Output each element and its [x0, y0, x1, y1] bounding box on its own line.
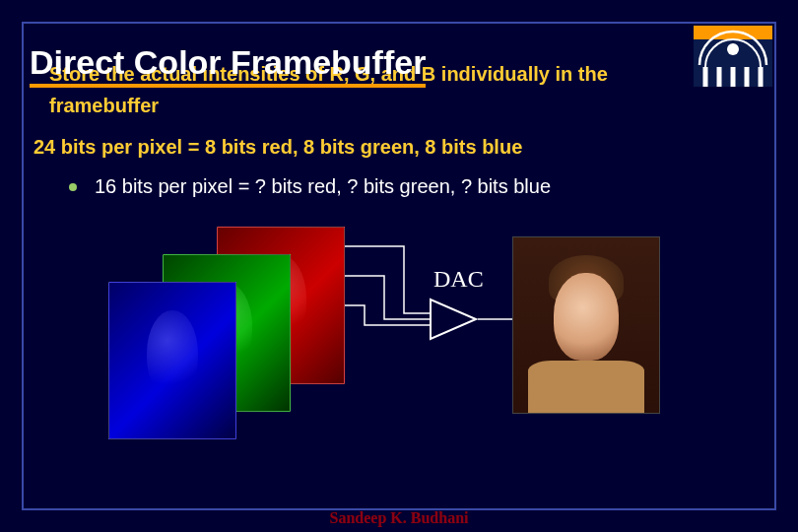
bullet-icon	[69, 183, 77, 191]
bullet-text: 16 bits per pixel = ? bits red, ? bits g…	[95, 175, 551, 198]
framebuffer-diagram: DAC	[108, 227, 660, 453]
slide-title: Direct Color Framebuffer	[30, 43, 426, 88]
body-line-2: 24 bits per pixel = 8 bits red, 8 bits g…	[33, 136, 522, 159]
svg-point-2	[727, 43, 739, 55]
dac-label: DAC	[433, 266, 484, 293]
dac-triangle-icon	[429, 298, 478, 341]
blue-channel-image	[108, 282, 236, 439]
output-color-image	[512, 236, 660, 414]
bullet-row: 16 bits per pixel = ? bits red, ? bits g…	[69, 175, 551, 198]
svg-marker-9	[431, 299, 476, 339]
footer-author: Sandeep K. Budhani	[0, 509, 798, 527]
uva-logo	[694, 26, 772, 87]
body-line-1b: framebuffer	[49, 95, 159, 117]
